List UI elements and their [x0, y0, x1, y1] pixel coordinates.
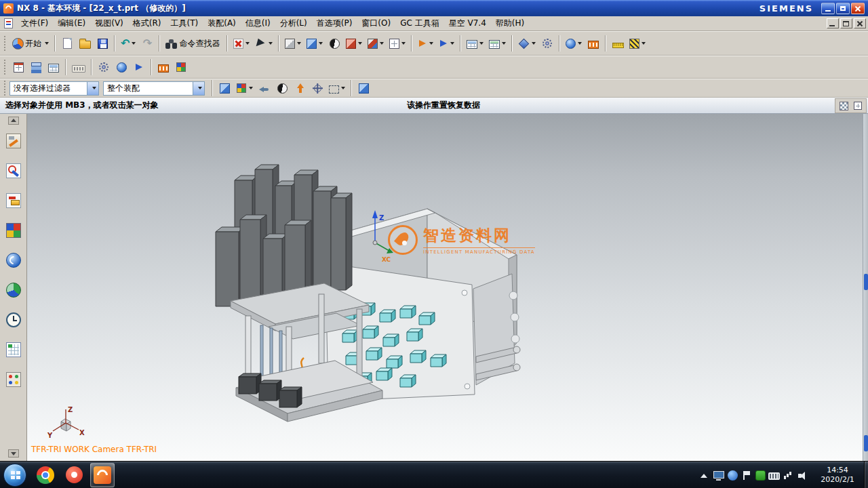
process-studio-tab[interactable]	[2, 340, 25, 360]
menu-analysis[interactable]: 分析(L)	[275, 16, 312, 30]
window-layout-button[interactable]	[387, 34, 408, 53]
menu-format[interactable]: 格式(R)	[128, 16, 166, 30]
combo-dropdown-button[interactable]	[87, 82, 98, 95]
type-filter-button[interactable]	[233, 79, 256, 98]
input-device-button[interactable]	[69, 58, 88, 77]
taskbar-nx-button[interactable]	[90, 463, 115, 487]
presentation-button[interactable]	[155, 58, 172, 77]
start-button[interactable]	[3, 464, 26, 487]
animation-button[interactable]	[585, 34, 602, 53]
top-selection-button[interactable]	[291, 79, 309, 98]
visible-window-button[interactable]	[9, 58, 27, 77]
back-arrow-icon	[259, 85, 270, 94]
combo-dropdown-button[interactable]	[193, 82, 204, 95]
menu-preferences[interactable]: 首选项(P)	[312, 16, 357, 30]
color-palette-button[interactable]	[172, 58, 190, 77]
child-close-button[interactable]	[854, 18, 866, 28]
menu-edit[interactable]: 编辑(E)	[53, 16, 90, 30]
history-palette-tab[interactable]	[2, 310, 25, 330]
network-tray-icon[interactable]	[783, 470, 795, 481]
undo-button[interactable]: ↶	[118, 34, 138, 53]
keyboard-tray-icon[interactable]	[768, 472, 780, 480]
menu-help[interactable]: 帮助(H)	[491, 16, 529, 30]
section-view-button[interactable]	[365, 34, 387, 53]
layer-settings-button[interactable]	[27, 58, 45, 77]
show-desktop-button[interactable]	[864, 462, 868, 488]
reuse-library-tab[interactable]	[2, 220, 25, 241]
taskbar-browser-button[interactable]	[33, 463, 58, 487]
assembly-constraints-button[interactable]	[436, 34, 457, 53]
menu-assemblies[interactable]: 装配(A)	[203, 16, 241, 30]
dock-window-button[interactable]	[851, 99, 865, 113]
redo-button[interactable]: ↷	[138, 34, 156, 53]
child-minimize-button[interactable]	[827, 18, 839, 28]
reset-filter-button[interactable]	[256, 79, 273, 98]
snapshot-button[interactable]	[216, 79, 233, 98]
selection-info-button[interactable]	[252, 34, 275, 53]
rendering-style-button[interactable]	[282, 34, 304, 53]
history-tab[interactable]	[2, 280, 25, 300]
close-button[interactable]	[851, 3, 865, 14]
taskbar-clock[interactable]: 14:54 2020/2/1	[814, 462, 861, 488]
open-button[interactable]	[76, 34, 94, 53]
menu-window[interactable]: 窗口(O)	[357, 16, 395, 30]
minimize-button[interactable]	[821, 3, 835, 14]
chevron-down-icon	[479, 42, 484, 45]
new-file-button[interactable]	[58, 34, 76, 53]
rotate-view-button[interactable]	[326, 34, 343, 53]
solid-body-filter-button[interactable]	[355, 79, 372, 98]
child-restore-button[interactable]	[840, 18, 852, 28]
rectangle-select-button[interactable]	[326, 79, 348, 98]
scrollbar-thumb[interactable]	[864, 274, 868, 290]
view-manager-button[interactable]	[563, 34, 585, 53]
crosshatch-button[interactable]	[627, 34, 648, 53]
show-hidden-icons[interactable]	[698, 470, 710, 481]
move-component-button[interactable]	[415, 34, 436, 53]
start-menu-button[interactable]: 开始	[9, 34, 52, 53]
display-tray-icon[interactable]	[713, 470, 725, 481]
nx-app-icon	[3, 3, 14, 14]
web-browser-tab[interactable]	[2, 250, 25, 270]
save-button[interactable]	[94, 34, 111, 53]
menu-information[interactable]: 信息(I)	[241, 16, 275, 30]
system-tray	[696, 462, 811, 488]
analysis-button[interactable]	[538, 34, 556, 53]
menu-view[interactable]: 视图(V)	[90, 16, 128, 30]
assembly-sequence-button[interactable]	[95, 58, 113, 77]
assembly-navigator-tab[interactable]	[2, 131, 25, 151]
orient-view-button[interactable]	[304, 34, 326, 53]
menu-xingkong[interactable]: 星空 V7.4	[444, 16, 491, 30]
security-tray-icon[interactable]	[728, 470, 738, 481]
show-hide-button[interactable]	[231, 34, 252, 53]
command-finder-button[interactable]: 命令查找器	[163, 34, 224, 53]
menu-gc-toolbox[interactable]: GC 工具箱	[395, 16, 444, 30]
part-navigator-tab[interactable]	[2, 190, 25, 211]
selection-scope-select[interactable]: 整个装配	[103, 81, 205, 96]
resource-scroll-down[interactable]	[8, 449, 19, 458]
highlight-button[interactable]	[273, 79, 291, 98]
maximize-button[interactable]	[836, 3, 850, 14]
ime-tray-icon[interactable]	[755, 470, 766, 481]
action-center-icon[interactable]	[741, 470, 753, 481]
snap-point-button[interactable]	[309, 79, 326, 98]
menu-file[interactable]: 文件(F)	[16, 16, 53, 30]
ruler-button[interactable]	[609, 34, 627, 53]
measure-button[interactable]	[515, 34, 538, 53]
constraint-navigator-tab[interactable]	[2, 161, 25, 181]
part-table-button[interactable]	[464, 34, 486, 53]
front-view-button[interactable]	[343, 34, 365, 53]
selection-bar: 没有选择过滤器 整个装配	[0, 79, 868, 98]
graphics-window[interactable]: Z XC 智造资料网 INTELLIGENT MANUFACTURING DAT…	[27, 114, 868, 461]
volume-tray-icon[interactable]	[797, 470, 810, 481]
scrollbar-thumb[interactable]	[864, 435, 868, 451]
resource-scroll-up[interactable]	[8, 117, 19, 125]
exploded-view-button[interactable]	[113, 58, 130, 77]
dependencies-button[interactable]	[486, 34, 509, 53]
sequence-arrow-button[interactable]	[130, 58, 148, 77]
selection-filter-select[interactable]: 没有选择过滤器	[9, 81, 99, 96]
view-in-layer-button[interactable]	[45, 58, 62, 77]
taskbar-app-button[interactable]	[62, 463, 86, 487]
dock-checker-button[interactable]	[837, 99, 851, 113]
menu-tools[interactable]: 工具(T)	[166, 16, 203, 30]
system-materials-tab[interactable]	[2, 369, 25, 390]
